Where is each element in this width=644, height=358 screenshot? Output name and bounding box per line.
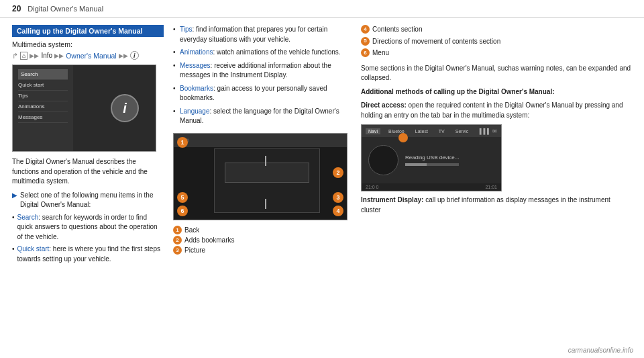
nav-home-icon: ⌂: [20, 52, 28, 60]
footer-brand: carmanualsonline.info: [568, 347, 633, 354]
inst-top-bar: Navi Bluetoo Latest TV Servic ▌▌▌ ✉: [362, 125, 501, 137]
inst-tab-service: Servic: [453, 128, 471, 134]
search-desc: : search for keywords in order to find q…: [17, 214, 158, 240]
animations-desc: : watch animations of the vehicle functi…: [213, 48, 340, 56]
right-label-6: Menu: [372, 48, 389, 58]
instruction-arrow-icon: ▶: [12, 191, 17, 210]
right-label-5: Directions of movement of contents secti…: [372, 37, 500, 47]
inst-reading-text: Reading USB device...: [405, 154, 494, 161]
mid-bullet-tips: Tips: find information that prepares you…: [173, 25, 352, 44]
nav-sep-1: ▶▶: [30, 52, 39, 59]
mid-bullet-list: Tips: find information that prepares you…: [173, 25, 352, 126]
bookmarks-link: Bookmarks: [180, 85, 213, 92]
page-header: 20 Digital Owner's Manual: [0, 0, 644, 18]
body-text: The Digital Owner's Manual describes the…: [12, 157, 164, 187]
col-mid: Tips: find information that prepares you…: [173, 25, 361, 267]
col-left: Calling up the Digital Owner's Manual Mu…: [12, 25, 173, 267]
messages-link: Messages: [180, 62, 211, 69]
legend-label-3: Picture: [184, 247, 205, 254]
right-list: 4 Contents section 5 Directions of movem…: [361, 25, 632, 58]
body-para-1: Some sections in the Digital Owner's Man…: [361, 64, 632, 83]
screen-menu-quickstart: Quick start: [18, 80, 68, 91]
bullet-quickstart-text: Quick start: here is where you find the …: [17, 244, 164, 264]
bullet-dot-1: •: [12, 213, 15, 242]
diag-num-5: 5: [177, 192, 188, 203]
legend-label-1: Back: [184, 226, 199, 234]
instrument-display-label: Instrument Display:: [361, 196, 423, 204]
search-link: Search: [17, 214, 39, 221]
diag-num-3: 3: [333, 192, 343, 203]
legend-num-2: 2: [173, 236, 182, 244]
quickstart-link: Quick start: [17, 245, 50, 253]
right-list-item-4: 4 Contents section: [361, 25, 632, 35]
animations-link: Animations: [180, 48, 213, 56]
diag-num-4: 4: [333, 206, 343, 216]
additional-methods-label: Additional methods of calling up the Dig…: [361, 87, 632, 97]
legend-row-2: 2 Adds bookmarks: [173, 236, 352, 244]
nav-sep-3: ▶▶: [119, 52, 128, 59]
diag-num-1: 1: [177, 137, 188, 148]
instrument-screen: Navi Bluetoo Latest TV Servic ▌▌▌ ✉ Read…: [361, 124, 502, 191]
section-title-bar: Calling up the Digital Owner's Manual: [12, 25, 164, 37]
inst-bottom-bar: 21:0 0 21:01: [362, 183, 501, 191]
inst-text-area: Reading USB device...: [405, 154, 494, 166]
right-num-6: 6: [361, 48, 370, 57]
diag-car-body: [225, 163, 309, 183]
nav-sep-2: ▶▶: [54, 52, 64, 59]
orange-marker: [398, 133, 408, 142]
nav-info-circle: i: [130, 51, 139, 60]
nav-owners-manual: Owner's Manual: [66, 52, 117, 60]
mid-bullet-language: Language: select the language for the Di…: [173, 107, 352, 126]
diagram-area: ⌂ ◁ 1 2 3 4: [173, 133, 347, 220]
nav-path: ↱ ⌂ ▶▶ Info ▶▶ Owner's Manual ▶▶ i: [12, 51, 164, 60]
screen-menu-tips: Tips: [18, 91, 68, 101]
nav-arrow-icon: ↱: [12, 52, 18, 60]
inst-tab-latest: Latest: [413, 128, 431, 134]
inst-circle-icon: [368, 145, 398, 175]
additional-label-text: Additional methods of calling up the Dig…: [361, 88, 555, 95]
instruction-text: Select one of the following menu items i…: [20, 191, 164, 210]
legend-num-1: 1: [173, 226, 182, 234]
inst-time-left: 21:0 0: [366, 185, 378, 189]
diag-arrow-down: [265, 199, 266, 209]
screen-menu: Search Quick start Tips Animations Messa…: [13, 65, 73, 151]
direct-access-label: Direct access:: [361, 101, 407, 109]
instrument-display-para: Instrument Display: call up brief inform…: [361, 195, 632, 215]
main-content: Calling up the Digital Owner's Manual Mu…: [0, 18, 644, 273]
inst-time-right: 21:01: [485, 185, 497, 189]
page-title-header: Digital Owner's Manual: [28, 5, 103, 13]
legend-row-1: 1 Back: [173, 226, 352, 234]
direct-access-para: Direct access: open the required content…: [361, 101, 632, 120]
diag-arrow-up: [265, 156, 266, 166]
tips-link: Tips: [180, 26, 193, 33]
multimedia-label: Multimedia system:: [12, 40, 164, 48]
screen-menu-messages: Messages: [18, 112, 68, 123]
bullet-dot-2: •: [12, 244, 15, 264]
legend-num-3: 3: [173, 246, 182, 255]
diag-num-6: 6: [177, 206, 188, 216]
bullet-search: • Search: search for keywords in order t…: [12, 213, 164, 242]
mid-bullet-bookmarks: Bookmarks: gain access to your personall…: [173, 84, 352, 103]
screen-mockup: Search Quick start Tips Animations Messa…: [12, 64, 156, 152]
info-circle-icon: i: [111, 94, 139, 122]
screen-menu-search: Search: [18, 69, 68, 80]
mid-bullet-animations: Animations: watch animations of the vehi…: [173, 48, 352, 58]
tips-desc: : find information that prepares you for…: [180, 26, 327, 43]
legend-row-3: 3 Picture: [173, 246, 352, 255]
page-number: 20: [12, 4, 21, 13]
inst-signal-icon: ▌▌▌ ✉: [480, 128, 497, 134]
legend-label-2: Adds bookmarks: [184, 236, 234, 244]
inst-tab-navi: Navi: [366, 128, 380, 134]
diag-num-2: 2: [333, 167, 343, 178]
language-link: Language: [180, 107, 210, 115]
instruction-item: ▶ Select one of the following menu items…: [12, 191, 164, 210]
bullet-quickstart: • Quick start: here is where you find th…: [12, 244, 164, 264]
right-label-4: Contents section: [372, 25, 423, 35]
right-list-item-6: 6 Menu: [361, 48, 632, 58]
inst-progress-bar: [405, 163, 459, 166]
screen-menu-animations: Animations: [18, 101, 68, 112]
nav-info: Info: [41, 52, 52, 59]
bullet-search-text: Search: search for keywords in order to …: [17, 213, 164, 242]
inst-tab-tv: TV: [436, 128, 447, 134]
inst-progress-fill: [405, 163, 427, 166]
